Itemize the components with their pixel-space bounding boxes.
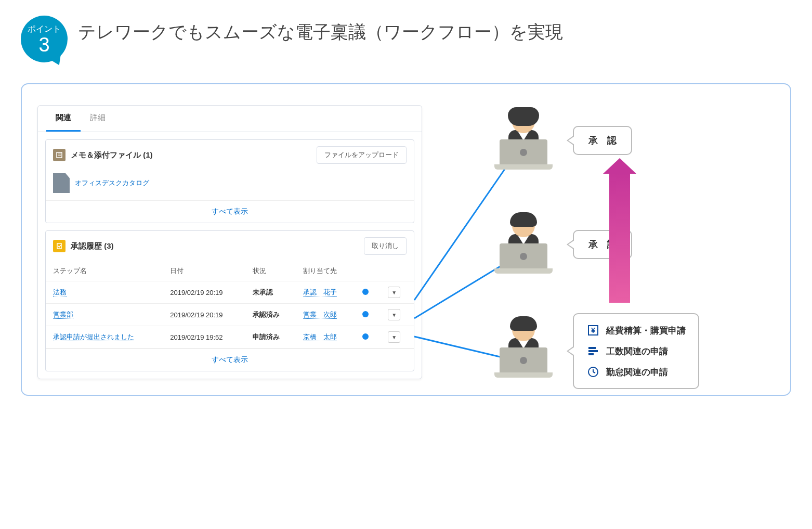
yen-icon: ¥ (586, 324, 600, 337)
diagram: 承 認 承 認 ¥ 経費精算・購買申請 (433, 105, 775, 379)
flow-arrow (609, 173, 630, 303)
history-section: 承認履歴 (3) 取り消し ステップ名 日付 状況 割り当て先 法務 (45, 230, 414, 371)
bubble-request-types: ¥ 経費精算・購買申請 工数関連の申請 勤怠関連の申請 (573, 313, 699, 389)
status-cell: 承認済み (245, 304, 296, 326)
assignee-link[interactable]: 京橋 太郎 (303, 333, 337, 341)
attendance-label: 勤怠関連の申請 (606, 366, 668, 378)
tab-detail[interactable]: 詳細 (81, 106, 115, 132)
file-icon (53, 173, 70, 193)
point-label: ポイント (28, 24, 61, 35)
svg-rect-9 (588, 347, 596, 349)
col-date: 日付 (163, 261, 245, 281)
row-menu[interactable]: ▼ (388, 331, 400, 343)
file-row[interactable]: オフィスデスクカタログ (46, 170, 414, 200)
table-row: 承認申請が提出されました 2019/02/19 19:52 申請済み 京橋 太郎… (46, 326, 414, 349)
table-row: 営業部 2019/02/19 20:19 承認済み 営業 次郎 ▼ (46, 304, 414, 326)
cancel-button[interactable]: 取り消し (364, 237, 407, 255)
step-link[interactable]: 営業部 (53, 311, 73, 319)
point-badge: ポイント 3 (21, 16, 68, 62)
memo-show-all[interactable]: すべて表示 (46, 200, 414, 223)
tab-bar: 関連 詳細 (38, 106, 422, 132)
svg-rect-0 (57, 152, 62, 158)
manhour-label: 工数関連の申請 (606, 345, 668, 357)
svg-text:¥: ¥ (591, 326, 595, 334)
illustration-frame: 関連 詳細 メモ＆添付ファイル (1) ファイルをアップロード オフィスデスクカ… (21, 83, 791, 396)
date-cell: 2019/02/19 20:19 (163, 281, 245, 304)
person-bottom (495, 318, 552, 381)
col-status: 状況 (245, 261, 296, 281)
status-cell: 未承認 (245, 281, 296, 304)
row-dot (362, 289, 369, 295)
memo-section: メモ＆添付ファイル (1) ファイルをアップロード オフィスデスクカタログ すべ… (45, 139, 414, 223)
table-row: 法務 2019/02/19 20:19 未承認 承認 花子 ▼ (46, 281, 414, 304)
col-assignee: 割り当て先 (296, 261, 355, 281)
page-title: テレワークでもスムーズな電子稟議（ワークフロー）を実現 (78, 16, 563, 45)
page-header: ポイント 3 テレワークでもスムーズな電子稟議（ワークフロー）を実現 (21, 16, 791, 62)
history-title: 承認履歴 (3) (71, 241, 114, 251)
row-dot (362, 311, 369, 317)
point-number: 3 (38, 35, 49, 55)
svg-rect-11 (588, 353, 594, 355)
date-cell: 2019/02/19 20:19 (163, 304, 245, 326)
app-card: 関連 詳細 メモ＆添付ファイル (1) ファイルをアップロード オフィスデスクカ… (37, 105, 422, 379)
clock-icon (586, 365, 600, 379)
status-cell: 申請済み (245, 326, 296, 349)
person-top (495, 110, 552, 173)
row-menu[interactable]: ▼ (388, 309, 400, 320)
row-menu[interactable]: ▼ (388, 287, 400, 298)
bars-icon (586, 344, 600, 358)
approval-icon (53, 240, 66, 252)
assignee-link[interactable]: 承認 花子 (303, 288, 337, 296)
person-middle (495, 214, 552, 277)
bubble-approve-1: 承 認 (573, 126, 632, 155)
step-link[interactable]: 法務 (53, 288, 67, 296)
history-table: ステップ名 日付 状況 割り当て先 法務 2019/02/19 20:19 未承… (46, 261, 414, 349)
svg-rect-3 (57, 243, 61, 249)
step-link[interactable]: 承認申請が提出されました (53, 333, 134, 341)
tab-related[interactable]: 関連 (46, 106, 81, 132)
memo-title: メモ＆添付ファイル (1) (71, 150, 153, 160)
expense-label: 経費精算・購買申請 (606, 325, 686, 337)
assignee-link[interactable]: 営業 次郎 (303, 311, 337, 319)
memo-icon (53, 149, 66, 161)
col-step: ステップ名 (46, 261, 163, 281)
history-show-all[interactable]: すべて表示 (46, 349, 414, 371)
svg-line-14 (593, 372, 595, 373)
upload-button[interactable]: ファイルをアップロード (317, 146, 407, 164)
date-cell: 2019/02/19 19:52 (163, 326, 245, 349)
svg-rect-10 (588, 350, 598, 352)
row-dot (362, 333, 369, 340)
file-link[interactable]: オフィスデスクカタログ (75, 178, 149, 188)
